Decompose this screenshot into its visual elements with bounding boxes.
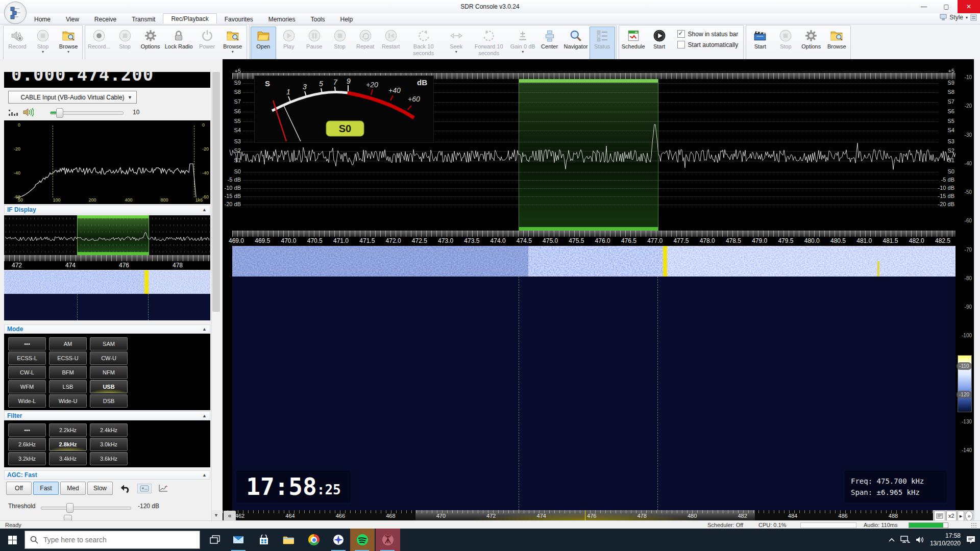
menu-tab[interactable]: Receive bbox=[87, 14, 124, 24]
ribbon-button[interactable]: Browse bbox=[220, 27, 246, 61]
ribbon-button[interactable]: Stop bbox=[327, 27, 353, 61]
store-icon[interactable] bbox=[252, 529, 276, 551]
if-display-header[interactable]: IF Display▲ bbox=[4, 205, 210, 214]
speaker-icon[interactable] bbox=[22, 108, 34, 117]
equalizer-icon[interactable] bbox=[8, 109, 18, 117]
taskbar-search[interactable] bbox=[24, 531, 200, 549]
ribbon-button[interactable]: Seek bbox=[444, 27, 469, 61]
filter-section-header[interactable]: Filter▲ bbox=[4, 411, 210, 420]
agc-button[interactable]: Med bbox=[60, 482, 86, 495]
scrollbar-down-arrow[interactable]: ▼ bbox=[212, 510, 220, 520]
ribbon-button[interactable]: Navigator bbox=[562, 27, 590, 61]
mode-button[interactable]: CW-U bbox=[90, 352, 128, 365]
mode-button[interactable]: AM bbox=[49, 337, 87, 350]
if-waterfall-lower[interactable] bbox=[4, 294, 210, 320]
ribbon-button[interactable]: Schedule bbox=[620, 27, 647, 61]
radio-app-icon[interactable] bbox=[376, 529, 400, 551]
network-icon[interactable] bbox=[900, 536, 911, 544]
agc-section-header[interactable]: AGC: Fast▲ bbox=[4, 470, 210, 480]
agc-scheme-icon[interactable] bbox=[137, 484, 152, 493]
agc-button[interactable]: Slow bbox=[87, 482, 113, 495]
menu-tab[interactable]: Rec/Playback bbox=[163, 13, 216, 24]
ribbon-button[interactable]: Start bbox=[747, 27, 773, 61]
ribbon-button[interactable]: Pause bbox=[302, 27, 327, 61]
collapse-arrow-icon[interactable]: ▲ bbox=[202, 206, 207, 214]
ribbon-button[interactable]: Browse bbox=[56, 27, 81, 61]
audio-spectrum-display[interactable]: 0-20-40-60 0-20-40-60 501002004008001k6 bbox=[4, 120, 210, 204]
mode-button[interactable]: USB bbox=[90, 380, 128, 393]
ribbon-button[interactable]: Forward 10 seconds bbox=[469, 27, 509, 61]
style-selector[interactable]: Style ▾ bbox=[940, 14, 977, 21]
ribbon-button[interactable]: Status bbox=[590, 27, 615, 61]
scroll-left-button[interactable]: « bbox=[224, 511, 236, 521]
volume-icon[interactable] bbox=[916, 536, 925, 544]
agc-graph-icon[interactable] bbox=[158, 484, 168, 492]
ribbon-button[interactable]: Center bbox=[537, 27, 562, 61]
filter-button[interactable]: 2.6kHz bbox=[8, 438, 46, 451]
chrome-icon[interactable] bbox=[302, 529, 326, 551]
filter-button[interactable]: 2.2kHz bbox=[49, 423, 87, 437]
start-button[interactable] bbox=[0, 529, 24, 551]
zoom-button[interactable]: x2 bbox=[946, 511, 957, 521]
ribbon-button[interactable]: Back 10 seconds bbox=[404, 27, 444, 61]
scrollbar-thumb[interactable] bbox=[212, 72, 220, 312]
filter-button[interactable]: ••• bbox=[8, 423, 46, 437]
agc-button[interactable]: Fast bbox=[33, 482, 59, 495]
filter-button[interactable]: 3.4kHz bbox=[49, 452, 87, 465]
ribbon-button[interactable]: Record... bbox=[86, 27, 112, 61]
step-right-button[interactable]: ▸ bbox=[958, 511, 965, 521]
collapse-arrow-icon[interactable]: ▲ bbox=[202, 471, 207, 480]
band-navigation-ruler[interactable]: 4624644664684704724744764784804824844864… bbox=[223, 510, 974, 521]
sdr-app-icon[interactable] bbox=[327, 529, 350, 551]
filter-button[interactable]: 2.4kHz bbox=[90, 423, 128, 437]
mode-button[interactable]: NFM bbox=[90, 366, 128, 379]
ribbon-button[interactable]: Browse bbox=[824, 27, 849, 61]
help-icon[interactable] bbox=[970, 14, 977, 21]
ribbon-button[interactable]: Power bbox=[194, 27, 220, 61]
menu-tab[interactable]: Memories bbox=[261, 14, 303, 24]
ribbon-button[interactable]: Options bbox=[138, 27, 163, 61]
menu-tab[interactable]: Help bbox=[333, 14, 361, 24]
maximize-button[interactable]: ▢ bbox=[935, 0, 958, 13]
collapse-arrow-icon[interactable]: ▲ bbox=[202, 412, 207, 420]
mode-section-header[interactable]: Mode▲ bbox=[4, 324, 210, 334]
ribbon-button[interactable]: Stop bbox=[112, 27, 138, 61]
menu-tab[interactable]: Tools bbox=[303, 14, 333, 24]
filter-button[interactable]: 3.2kHz bbox=[8, 452, 46, 465]
if-waterfall-display[interactable] bbox=[4, 270, 210, 294]
left-panel-scrollbar[interactable]: ▼ bbox=[211, 72, 220, 520]
resize-grip[interactable] bbox=[971, 522, 977, 528]
filter-button[interactable]: 2.8kHz bbox=[49, 438, 87, 451]
volume-slider-thumb[interactable] bbox=[56, 108, 63, 118]
mode-button[interactable]: DSB bbox=[90, 394, 128, 408]
ribbon-button[interactable]: Repeat bbox=[353, 27, 378, 61]
ribbon-button[interactable]: Options bbox=[798, 27, 824, 61]
action-center-icon[interactable] bbox=[966, 535, 976, 544]
mode-button[interactable]: ••• bbox=[8, 337, 46, 350]
search-input[interactable] bbox=[42, 535, 182, 544]
band-plan-button[interactable] bbox=[934, 511, 945, 521]
ribbon-button[interactable]: Lock Radio bbox=[163, 27, 194, 61]
checkbox-show-in-status-bar[interactable]: Show in status bar bbox=[677, 30, 739, 38]
ribbon-button[interactable]: Play bbox=[276, 27, 302, 61]
tray-clock[interactable]: 17:58 13/10/2020 bbox=[930, 532, 961, 547]
mode-button[interactable]: ECSS-L bbox=[8, 352, 46, 365]
ribbon-button[interactable]: Restart bbox=[378, 27, 404, 61]
scroll-right-button[interactable]: » bbox=[965, 511, 973, 521]
checkbox-start-automatically[interactable]: Start automatically bbox=[677, 41, 739, 48]
mail-icon[interactable] bbox=[227, 529, 250, 551]
mode-button[interactable]: LSB bbox=[49, 380, 87, 393]
waterfall-display[interactable] bbox=[232, 246, 955, 277]
menu-tab[interactable]: Home bbox=[27, 14, 58, 24]
filter-button[interactable]: 3.0kHz bbox=[90, 438, 128, 451]
agc-button[interactable]: Off bbox=[6, 482, 32, 495]
menu-tab[interactable]: Favourites bbox=[217, 14, 261, 24]
spotify-icon[interactable] bbox=[350, 529, 375, 551]
task-view-icon[interactable] bbox=[203, 529, 227, 551]
mode-button[interactable]: BFM bbox=[49, 366, 87, 379]
mode-button[interactable]: SAM bbox=[90, 337, 128, 350]
threshold-slider-track[interactable] bbox=[41, 507, 131, 510]
undo-icon[interactable] bbox=[119, 484, 131, 493]
collapse-arrow-icon[interactable]: ▲ bbox=[202, 325, 207, 334]
ribbon-button[interactable]: Record bbox=[5, 27, 30, 61]
